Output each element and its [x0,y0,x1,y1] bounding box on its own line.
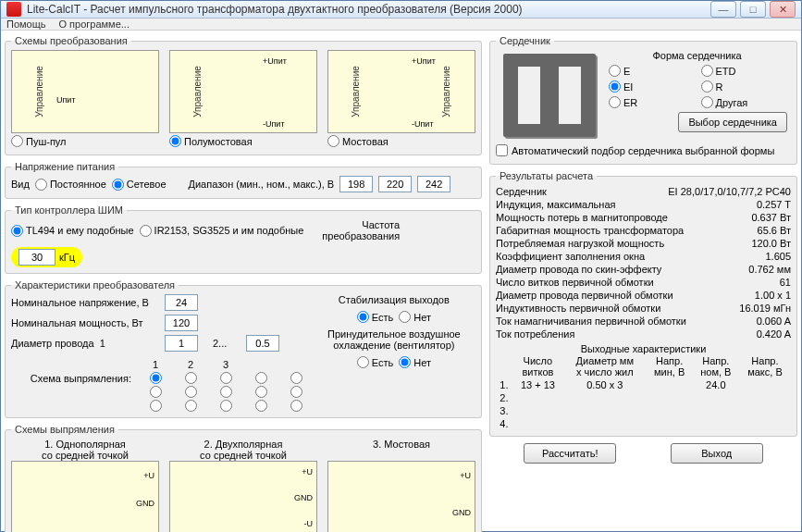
freq-input[interactable] [19,249,56,266]
schemes-legend: Схемы преобразования [11,35,131,46]
core-etd-radio[interactable] [701,65,713,77]
titlebar: Lite-CalcIT - Расчет импульсного трансфо… [1,1,801,19]
rect-c5-radio[interactable] [290,400,302,412]
supply-range-label: Диапазон (мин., ном., макс.), В [189,179,335,190]
stab-yes-radio[interactable] [357,311,369,323]
rect-c3-radio[interactable] [220,400,232,412]
menubar: Помощь О программе... [1,19,801,31]
results-legend: Результаты расчета [496,170,597,181]
np-label: Номинальная мощность, Вт [11,317,159,328]
results-group: Результаты расчета СердечникEI 28,0/17,0… [489,170,797,437]
pwm-group: Тип контроллера ШИМ TL494 и ему подобные… [5,204,482,274]
np-input[interactable] [165,315,198,331]
core-image [503,54,596,137]
pwm-legend: Тип контроллера ШИМ [11,204,127,216]
menu-help[interactable]: Помощь [6,19,46,30]
rect-b5-radio[interactable] [290,386,302,398]
chars-legend: Характеристики преобразователя [11,279,179,291]
freq-label-2: преобразования [322,230,400,241]
core-legend: Сердечник [496,35,554,46]
rect-c1-radio[interactable] [150,400,162,412]
scheme-halfbridge-radio[interactable] [169,135,181,147]
exit-button[interactable]: Выход [671,443,763,464]
supply-ac-radio[interactable] [112,179,124,191]
rect-a1-radio[interactable] [150,372,162,384]
stab-no-radio[interactable] [399,311,411,323]
scheme-pushpull-diagram: Управление Uпит [11,50,159,133]
rect-c4-radio[interactable] [255,400,267,412]
schemes-group: Схемы преобразования Управление Uпит Пуш… [5,35,482,155]
rect-label: Схема выпрямления: [31,373,131,384]
app-icon [6,2,21,17]
core-ei-radio[interactable] [609,80,621,93]
pwm-ir2153-radio[interactable] [140,225,152,237]
wd2-input[interactable] [246,335,279,352]
core-other-radio[interactable] [701,96,713,108]
window-title: Lite-CalcIT - Расчет импульсного трансфо… [27,3,710,16]
rect-b2-radio[interactable] [185,386,197,398]
scheme-pushpull-radio[interactable] [11,135,23,147]
nv-input[interactable] [165,294,198,311]
core-shape-label: Форма сердечника [603,50,791,61]
wd2-label: 2... [213,338,241,349]
wd-label: Диаметр провода [11,338,94,349]
minimize-button[interactable]: — [710,1,736,18]
core-group: Сердечник Форма сердечника E ETD EI R ER… [489,35,797,165]
rect-c2-radio[interactable] [185,400,197,412]
rect-a3-radio[interactable] [220,372,232,384]
output-table: Числовитков Диаметр ммx число жил Напр.м… [496,354,791,430]
calculate-button[interactable]: Рассчитать! [524,443,616,464]
cool-no-radio[interactable] [399,356,411,368]
scheme-bridge-diagram: Управление +Uпит -Uпит Управление [327,50,475,133]
freq-unit: кГц [59,252,75,263]
pick-core-button[interactable]: Выбор сердечника [678,112,787,132]
scheme-halfbridge-label: Полумостовая [184,136,253,147]
rect-scheme-3-diagram: +U GND [327,461,475,532]
freq-label-1: Частота [322,219,400,230]
supply-nom-input[interactable] [378,176,412,192]
rect-b1-radio[interactable] [150,386,162,398]
scheme-halfbridge-diagram: Управление +Uпит -Uпит [169,50,317,133]
supply-kind-label: Вид [11,179,30,190]
cool-label-2: охлаждение (вентилятор) [327,340,461,351]
core-er-radio[interactable] [609,96,621,108]
auto-core-label: Автоматический подбор сердечника выбранн… [512,145,774,156]
auto-core-checkbox[interactable] [496,144,508,156]
supply-legend: Напряжение питания [11,161,118,172]
core-e-radio[interactable] [609,65,621,77]
rectschemes-group: Схемы выпрямления 1. Однополярнаясо сред… [5,424,482,532]
rectschemes-legend: Схемы выпрямления [11,424,118,435]
close-button[interactable]: ✕ [770,1,796,18]
wd1-input[interactable] [165,335,198,352]
rect-scheme-2-diagram: +U GND -U [169,461,317,532]
supply-dc-radio[interactable] [35,179,47,191]
rect-b4-radio[interactable] [255,386,267,398]
nv-label: Номинальное напряжение, В [11,297,159,308]
menu-about[interactable]: О программе... [59,19,130,30]
rect-a2-radio[interactable] [185,372,197,384]
cool-yes-radio[interactable] [357,356,369,368]
supply-min-input[interactable] [339,176,373,192]
scheme-bridge-label: Мостовая [342,136,389,147]
supply-group: Напряжение питания Вид Постоянное Сетево… [5,161,482,199]
rect-b3-radio[interactable] [220,386,232,398]
supply-max-input[interactable] [417,176,450,192]
scheme-bridge-radio[interactable] [327,135,339,147]
core-r-radio[interactable] [701,80,713,93]
stab-label: Стабилизация выходов [339,294,450,305]
cool-label-1: Принудительное воздушное [327,328,461,340]
rect-a5-radio[interactable] [290,372,302,384]
maximize-button[interactable]: □ [740,1,766,18]
pwm-tl494-radio[interactable] [11,225,23,237]
chars-group: Характеристики преобразователя Номинальн… [5,279,482,418]
freq-highlight: кГц [11,247,82,267]
rect-scheme-1-diagram: +U GND [11,461,159,532]
out-header: Выходные характеристики [496,343,791,354]
rect-a4-radio[interactable] [255,372,267,384]
scheme-pushpull-label: Пуш-пул [26,136,67,147]
